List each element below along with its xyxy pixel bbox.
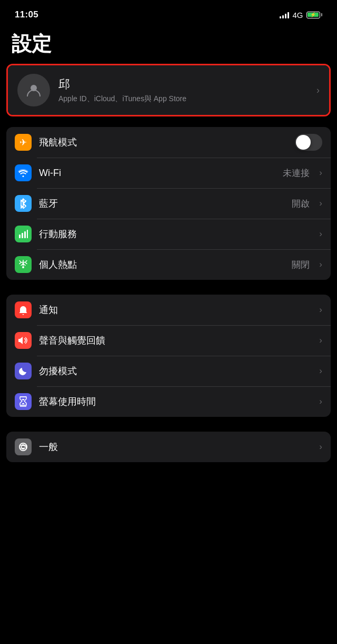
apple-id-subtitle: Apple ID、iCloud、iTunes與 App Store — [58, 94, 308, 104]
avatar — [17, 74, 50, 106]
cellular-row[interactable]: 行動服務 › — [6, 219, 331, 249]
notifications-chevron: › — [319, 305, 322, 315]
page-title: 設定 — [0, 26, 337, 64]
bluetooth-label: 藍牙 — [39, 197, 284, 210]
screentime-label: 螢幕使用時間 — [39, 395, 312, 408]
network-label: 4G — [292, 11, 303, 19]
svg-point-5 — [22, 266, 24, 268]
bluetooth-value: 開啟 — [292, 198, 310, 210]
bell-icon — [19, 305, 27, 315]
bluetooth-row[interactable]: 藍牙 開啟 › — [6, 188, 331, 219]
hotspot-label: 個人熱點 — [39, 258, 284, 271]
svg-rect-4 — [27, 230, 28, 238]
general-row[interactable]: 一般 › — [6, 432, 331, 462]
screentime-icon-wrapper — [15, 393, 32, 410]
dnd-icon-wrapper — [15, 363, 32, 379]
apple-id-chevron: › — [316, 85, 320, 96]
general-label: 一般 — [39, 441, 312, 453]
hotspot-icon-wrapper — [15, 256, 32, 273]
dnd-chevron: › — [319, 366, 322, 376]
network-settings-group: ✈ 飛航模式 Wi-Fi 未連接 › 藍牙 開 — [6, 127, 331, 280]
apple-id-info: 邱 Apple ID、iCloud、iTunes與 App Store — [58, 76, 308, 104]
dnd-row[interactable]: 勿擾模式 › — [6, 356, 331, 386]
cellular-chevron: › — [319, 229, 322, 239]
bluetooth-icon-wrapper — [15, 195, 32, 212]
gear-icon — [18, 442, 28, 452]
cellular-icon — [18, 229, 28, 239]
apple-id-section[interactable]: 邱 Apple ID、iCloud、iTunes與 App Store › — [6, 64, 331, 116]
sounds-row[interactable]: 聲音與觸覺回饋 › — [6, 325, 331, 356]
wifi-value: 未連接 — [283, 167, 310, 179]
airplane-mode-row[interactable]: ✈ 飛航模式 — [6, 127, 331, 158]
status-bar: 11:05 4G ⚡ — [0, 0, 337, 26]
general-icon-wrapper — [15, 438, 32, 455]
sounds-icon-wrapper — [15, 332, 32, 349]
apple-id-name: 邱 — [58, 76, 308, 92]
wifi-icon-wrapper — [15, 164, 32, 181]
svg-rect-2 — [22, 233, 23, 238]
dnd-label: 勿擾模式 — [39, 365, 312, 377]
sound-icon — [18, 336, 28, 345]
wifi-chevron: › — [319, 168, 322, 178]
hotspot-value: 關閉 — [292, 259, 310, 271]
battery-icon: ⚡ — [306, 12, 323, 18]
wifi-icon — [18, 169, 28, 177]
wifi-row[interactable]: Wi-Fi 未連接 › — [6, 158, 331, 188]
toggle-thumb — [296, 135, 311, 150]
sounds-label: 聲音與觸覺回饋 — [39, 334, 312, 347]
general-settings-group: 一般 › — [6, 432, 331, 462]
screentime-row[interactable]: 螢幕使用時間 › — [6, 386, 331, 417]
general-chevron: › — [319, 442, 322, 452]
wifi-label: Wi-Fi — [39, 168, 275, 179]
airplane-icon: ✈ — [19, 137, 27, 148]
cellular-label: 行動服務 — [39, 228, 312, 240]
hotspot-chevron: › — [319, 259, 322, 270]
notifications-icon-wrapper — [15, 301, 32, 318]
moon-icon — [18, 366, 28, 376]
bluetooth-icon — [19, 198, 27, 209]
notifications-label: 通知 — [39, 304, 312, 316]
status-icons: 4G ⚡ — [280, 11, 322, 19]
svg-rect-6 — [23, 262, 24, 266]
hourglass-icon — [19, 396, 27, 407]
status-time: 11:05 — [15, 9, 38, 20]
svg-rect-3 — [24, 231, 26, 238]
airplane-mode-toggle[interactable] — [295, 134, 322, 151]
apple-id-card[interactable]: 邱 Apple ID、iCloud、iTunes與 App Store › — [8, 65, 329, 115]
airplane-mode-label: 飛航模式 — [39, 136, 288, 149]
signal-icon — [280, 11, 289, 18]
cellular-icon-wrapper — [15, 226, 32, 242]
hotspot-row[interactable]: 個人熱點 關閉 › — [6, 249, 331, 280]
notifications-row[interactable]: 通知 › — [6, 295, 331, 325]
hotspot-icon — [18, 260, 28, 269]
screentime-chevron: › — [319, 396, 322, 407]
sounds-chevron: › — [319, 335, 322, 346]
bluetooth-chevron: › — [319, 198, 322, 209]
notification-settings-group: 通知 › 聲音與觸覺回饋 › 勿擾模式 › — [6, 295, 331, 417]
svg-rect-1 — [19, 235, 21, 238]
airplane-mode-icon-wrapper: ✈ — [15, 134, 32, 151]
